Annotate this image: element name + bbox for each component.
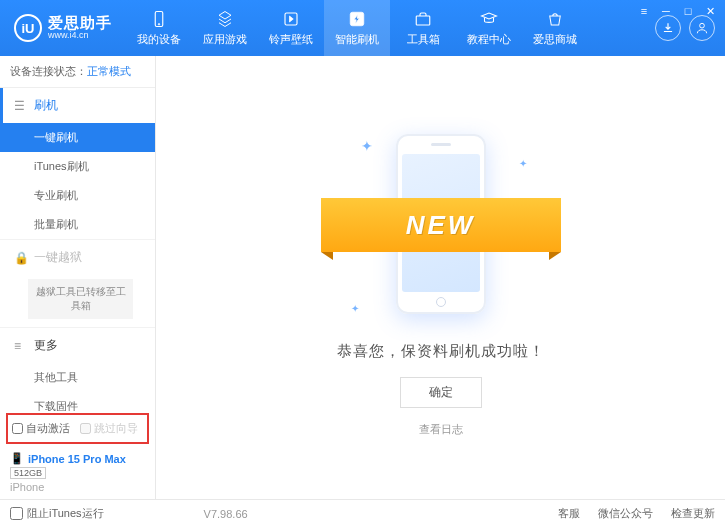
nav-label: 工具箱	[407, 32, 440, 47]
ringtone-icon	[281, 9, 301, 29]
block-itunes-option[interactable]: 阻止iTunes运行	[10, 506, 104, 521]
menu-flash-section[interactable]: ☰ 刷机	[0, 88, 155, 123]
app-header: ≡ ─ □ ✕ iU 爱思助手 www.i4.cn 我的设备 应用游戏 铃声壁纸…	[0, 0, 725, 56]
sparkle-icon: ✦	[351, 303, 359, 314]
menu-icon[interactable]: ≡	[637, 4, 651, 18]
block-itunes-label: 阻止iTunes运行	[27, 506, 104, 521]
menu-pro-flash[interactable]: 专业刷机	[0, 181, 155, 210]
download-button[interactable]	[655, 15, 681, 41]
tutorial-icon	[479, 9, 499, 29]
device-type: iPhone	[10, 481, 145, 493]
section-label: 刷机	[34, 97, 58, 114]
status-label: 设备连接状态：	[10, 65, 87, 77]
sidebar: 设备连接状态：正常模式 ☰ 刷机 一键刷机 iTunes刷机 专业刷机 批量刷机…	[0, 56, 156, 499]
header-actions	[655, 15, 725, 41]
auto-activate-option[interactable]: 自动激活	[12, 421, 70, 436]
skip-guide-option[interactable]: 跳过向导	[80, 421, 138, 436]
section-label: 更多	[34, 337, 58, 354]
lock-icon: 🔒	[14, 251, 28, 265]
menu-jailbreak-section[interactable]: 🔒 一键越狱	[0, 240, 155, 275]
check-update-link[interactable]: 检查更新	[671, 506, 715, 521]
nav-label: 智能刷机	[335, 32, 379, 47]
svg-point-5	[700, 23, 705, 28]
nav-label: 爱思商城	[533, 32, 577, 47]
version-label: V7.98.66	[204, 508, 248, 520]
nav-toolbox[interactable]: 工具箱	[390, 0, 456, 56]
menu-itunes-flash[interactable]: iTunes刷机	[0, 152, 155, 181]
nav-my-device[interactable]: 我的设备	[126, 0, 192, 56]
skip-guide-checkbox[interactable]	[80, 423, 91, 434]
window-controls: ≡ ─ □ ✕	[637, 4, 717, 18]
nav-label: 铃声壁纸	[269, 32, 313, 47]
success-message: 恭喜您，保资料刷机成功啦！	[337, 342, 545, 361]
main-content: ✦ ✦ ✦ NEW 恭喜您，保资料刷机成功啦！ 确定 查看日志	[156, 56, 725, 499]
view-log-link[interactable]: 查看日志	[419, 422, 463, 437]
top-nav: 我的设备 应用游戏 铃声壁纸 智能刷机 工具箱 教程中心 爱思商城	[126, 0, 655, 56]
connection-status: 设备连接状态：正常模式	[0, 56, 155, 88]
logo-icon: iU	[14, 14, 42, 42]
toolbox-icon	[413, 9, 433, 29]
block-itunes-checkbox[interactable]	[10, 507, 23, 520]
close-icon[interactable]: ✕	[703, 4, 717, 18]
device-name[interactable]: 📱 iPhone 15 Pro Max	[10, 452, 145, 465]
shop-icon	[545, 9, 565, 29]
support-link[interactable]: 客服	[558, 506, 580, 521]
phone-icon: 📱	[10, 452, 24, 465]
svg-point-1	[158, 24, 160, 26]
device-info: 📱 iPhone 15 Pro Max 512GB iPhone	[0, 446, 155, 499]
nav-apps[interactable]: 应用游戏	[192, 0, 258, 56]
device-icon	[149, 9, 169, 29]
wechat-link[interactable]: 微信公众号	[598, 506, 653, 521]
app-title: 爱思助手	[48, 15, 112, 32]
new-badge: NEW	[321, 198, 561, 252]
footer-links: 客服 微信公众号 检查更新	[558, 506, 715, 521]
minimize-icon[interactable]: ─	[659, 4, 673, 18]
success-illustration: ✦ ✦ ✦ NEW	[351, 128, 531, 328]
status-value: 正常模式	[87, 65, 131, 77]
sparkle-icon: ✦	[361, 138, 373, 154]
confirm-button[interactable]: 确定	[400, 377, 482, 408]
sidebar-menu: ☰ 刷机 一键刷机 iTunes刷机 专业刷机 批量刷机 🔒 一键越狱 越狱工具…	[0, 88, 155, 411]
activation-options: 自动激活 跳过向导	[6, 413, 149, 444]
menu-download-firmware[interactable]: 下载固件	[0, 392, 155, 411]
nav-label: 我的设备	[137, 32, 181, 47]
svg-rect-4	[416, 16, 430, 25]
sparkle-icon: ✦	[519, 158, 527, 169]
logo: iU 爱思助手 www.i4.cn	[0, 14, 126, 42]
nav-label: 应用游戏	[203, 32, 247, 47]
menu-batch-flash[interactable]: 批量刷机	[0, 210, 155, 239]
nav-label: 教程中心	[467, 32, 511, 47]
nav-tutorial[interactable]: 教程中心	[456, 0, 522, 56]
menu-more-section[interactable]: ≡ 更多	[0, 328, 155, 363]
section-label: 一键越狱	[34, 249, 82, 266]
device-storage: 512GB	[10, 467, 46, 479]
nav-ringtone[interactable]: 铃声壁纸	[258, 0, 324, 56]
maximize-icon[interactable]: □	[681, 4, 695, 18]
jailbreak-moved-notice: 越狱工具已转移至工具箱	[28, 279, 133, 319]
menu-one-key-flash[interactable]: 一键刷机	[0, 123, 155, 152]
menu-other-tools[interactable]: 其他工具	[0, 363, 155, 392]
app-url: www.i4.cn	[48, 31, 112, 41]
auto-activate-checkbox[interactable]	[12, 423, 23, 434]
more-icon: ≡	[14, 339, 28, 353]
user-button[interactable]	[689, 15, 715, 41]
app-footer: 阻止iTunes运行 V7.98.66 客服 微信公众号 检查更新	[0, 499, 725, 527]
nav-smart-flash[interactable]: 智能刷机	[324, 0, 390, 56]
flash-icon	[347, 9, 367, 29]
apps-icon	[215, 9, 235, 29]
nav-shop[interactable]: 爱思商城	[522, 0, 588, 56]
list-icon: ☰	[14, 99, 28, 113]
